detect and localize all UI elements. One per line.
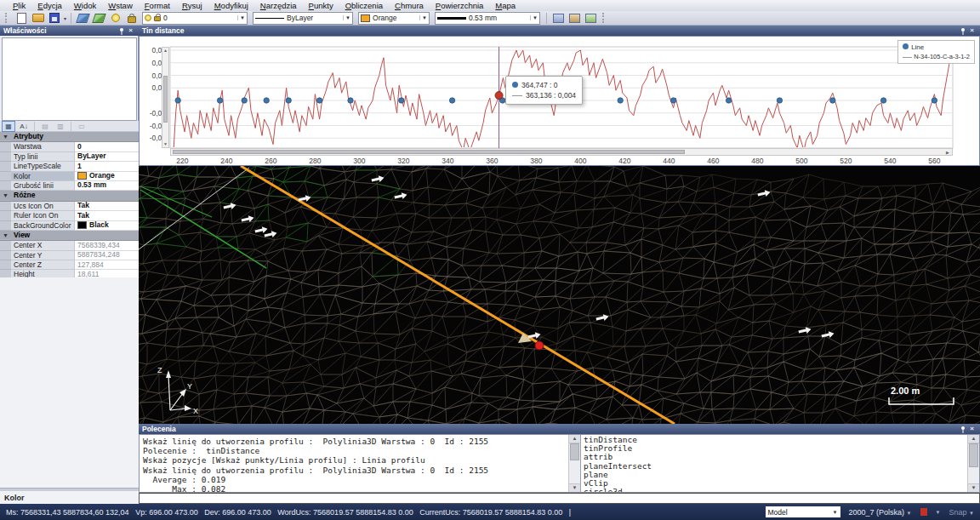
suggestion-item-planeintersect[interactable]: planeIntersect — [584, 462, 965, 471]
pin-icon[interactable] — [958, 425, 967, 433]
suggestion-scrollbar[interactable]: ▲ ▼ — [967, 435, 979, 492]
scroll-down-icon[interactable]: ▼ — [968, 483, 979, 492]
collapse-chevron-icon[interactable]: ▼ — [0, 231, 11, 240]
collapse-chevron-icon[interactable]: ▼ — [0, 132, 11, 141]
menu-item-edycja[interactable]: Edycja — [31, 1, 68, 10]
save-file-button[interactable] — [47, 11, 61, 25]
property-value[interactable]: 7568339,434 — [75, 241, 139, 250]
scroll-up-icon[interactable]: ▲ — [569, 435, 580, 443]
menu-item-narzędzia[interactable]: Narzędzia — [254, 1, 303, 10]
chart-horizontal-scrollbar[interactable]: ▶ — [170, 148, 953, 156]
suggestion-item-tinprofile[interactable]: tinProfile — [584, 444, 965, 453]
property-value[interactable]: 1 — [75, 162, 139, 171]
menu-item-powierzchnia[interactable]: Powierzchnia — [430, 1, 490, 10]
color-combo[interactable]: Orange ▼ — [358, 12, 430, 25]
lineweight-combo[interactable]: 0.53 mm ▼ — [435, 12, 540, 25]
chart-plot-area[interactable]: 0,040,030,020,010-0,01-0,02-0,0322024026… — [139, 36, 980, 166]
command-history-scrollbar[interactable]: ▲ ▼ — [568, 435, 580, 492]
menu-item-format[interactable]: Format — [139, 1, 176, 10]
close-icon[interactable]: × — [126, 26, 135, 35]
layer-combo[interactable]: 0 ▼ — [142, 12, 248, 25]
menu-item-obliczenia[interactable]: Obliczenia — [339, 1, 389, 10]
chart-vertical-scrollbar[interactable]: ▲ ▼ — [162, 47, 169, 148]
linetype-combo[interactable]: ByLayer ▼ — [253, 12, 353, 25]
description-toggle-button[interactable]: ▭ — [75, 121, 88, 132]
view-tool-button-1[interactable] — [551, 11, 566, 25]
linetype-combo-arrow-icon[interactable]: ▼ — [343, 15, 350, 20]
close-icon[interactable]: × — [967, 26, 977, 35]
property-row-kolor[interactable]: KolorOrange — [0, 172, 139, 181]
collapse-chevron-icon[interactable]: ▼ — [0, 191, 11, 200]
property-value[interactable]: Black — [75, 221, 139, 231]
property-row-grubość-linii[interactable]: Grubość linii0.53 mm — [0, 181, 139, 191]
property-row-linetypescale[interactable]: LineTypeScale1 — [0, 162, 139, 171]
toolbar-grip[interactable] — [5, 13, 10, 23]
layers-manager-button[interactable] — [76, 11, 90, 25]
properties-title-bar[interactable]: Właściwości × — [0, 26, 139, 36]
scroll-down-icon[interactable]: ▼ — [569, 483, 580, 492]
tracking-flag-icon[interactable] — [920, 508, 927, 516]
command-suggestion-list[interactable]: tinDistancetinProfileattribplaneIntersec… — [580, 435, 967, 492]
pin-icon[interactable] — [958, 26, 967, 35]
property-row-ucs-icon-on[interactable]: Ucs Icon OnTak — [0, 202, 139, 211]
suggestion-item-vclip[interactable]: vClip — [584, 479, 965, 488]
categorized-view-button[interactable]: ▦ — [2, 121, 15, 132]
menu-item-rysuj[interactable]: Rysuj — [176, 1, 208, 10]
property-row-backgroundcolor[interactable]: BackGroundColorBlack — [0, 221, 139, 231]
coordinate-system-selector[interactable]: 2000_7 (Polska) ▼ — [849, 508, 912, 517]
property-row-ruler-icon-on[interactable]: Ruler Icon OnTak — [0, 211, 139, 220]
view-tool-button-3[interactable] — [584, 11, 598, 25]
property-value[interactable]: 5887834,248 — [75, 251, 139, 260]
suggestion-item-circle3d[interactable]: circle3d — [584, 488, 965, 492]
menu-item-mapa[interactable]: Mapa — [489, 1, 521, 10]
chart-title-bar[interactable]: Tin distance × — [139, 26, 980, 36]
property-pages-button[interactable]: ▤ — [38, 121, 52, 132]
property-row-warstwa[interactable]: Warstwa0 — [0, 142, 139, 151]
property-value[interactable]: 0 — [75, 142, 139, 151]
layer-explorer-button[interactable] — [92, 11, 106, 25]
property-row-center-x[interactable]: Center X7568339,434 — [0, 241, 139, 250]
file-tools-dropdown[interactable]: ▾ — [64, 15, 66, 21]
color-combo-arrow-icon[interactable]: ▼ — [419, 15, 427, 20]
property-row-center-z[interactable]: Center Z127,884 — [0, 260, 139, 270]
model-viewport[interactable]: ZYX2.00 m — [139, 166, 980, 424]
menu-item-modyfikuj[interactable]: Modyfikuj — [208, 1, 254, 10]
command-input[interactable]: Polecenie : — [139, 493, 980, 504]
close-icon[interactable]: × — [967, 425, 977, 433]
suggestion-item-plane[interactable]: plane — [584, 471, 965, 479]
snap-toggle[interactable]: Snap ▼ — [949, 508, 975, 517]
layer-lock-button[interactable] — [124, 11, 139, 25]
suggestion-item-tindistance[interactable]: tinDistance — [584, 436, 965, 444]
selection-list[interactable] — [2, 37, 137, 121]
menu-item-punkty[interactable]: Punkty — [303, 1, 339, 10]
property-section-różne[interactable]: ▼Różne — [0, 191, 139, 201]
property-value[interactable]: Tak — [75, 211, 139, 220]
property-value[interactable]: Tak — [75, 202, 139, 211]
view-tool-button-2[interactable] — [567, 11, 582, 25]
model-space-combo[interactable]: Model ▼ — [766, 506, 840, 517]
pin-icon[interactable] — [117, 26, 126, 35]
property-pages-button-2[interactable]: ▥ — [54, 121, 67, 132]
property-row-typ-linii[interactable]: Typ liniiByLayer — [0, 152, 139, 162]
property-section-view[interactable]: ▼View — [0, 231, 139, 241]
property-section-atrybuty[interactable]: ▼Atrybuty — [0, 132, 139, 142]
toolbar-grip[interactable] — [602, 13, 607, 23]
alphabetical-sort-button[interactable]: A↓ — [17, 121, 31, 132]
command-history[interactable]: Wskaż linię do utworzenia profilu : Poly… — [140, 435, 568, 492]
command-title-bar[interactable]: Polecenia × — [139, 424, 980, 434]
new-file-button[interactable] — [14, 11, 29, 25]
lineweight-combo-arrow-icon[interactable]: ▼ — [530, 15, 538, 20]
layer-on-off-button[interactable] — [108, 11, 122, 25]
property-value[interactable]: 0.53 mm — [75, 181, 139, 191]
property-value[interactable]: 127,884 — [75, 260, 139, 270]
menu-item-wstaw[interactable]: Wstaw — [102, 1, 139, 10]
open-file-button[interactable] — [31, 11, 45, 25]
property-value[interactable]: Orange — [75, 172, 139, 181]
menu-item-chmura[interactable]: Chmura — [389, 1, 430, 10]
scroll-up-icon[interactable]: ▲ — [968, 435, 979, 443]
menu-item-widok[interactable]: Widok — [68, 1, 102, 10]
menu-item-plik[interactable]: Plik — [7, 1, 31, 10]
property-row-center-y[interactable]: Center Y5887834,248 — [0, 251, 139, 260]
layer-combo-arrow-icon[interactable]: ▼ — [237, 15, 245, 20]
property-value[interactable]: ByLayer — [75, 152, 139, 162]
